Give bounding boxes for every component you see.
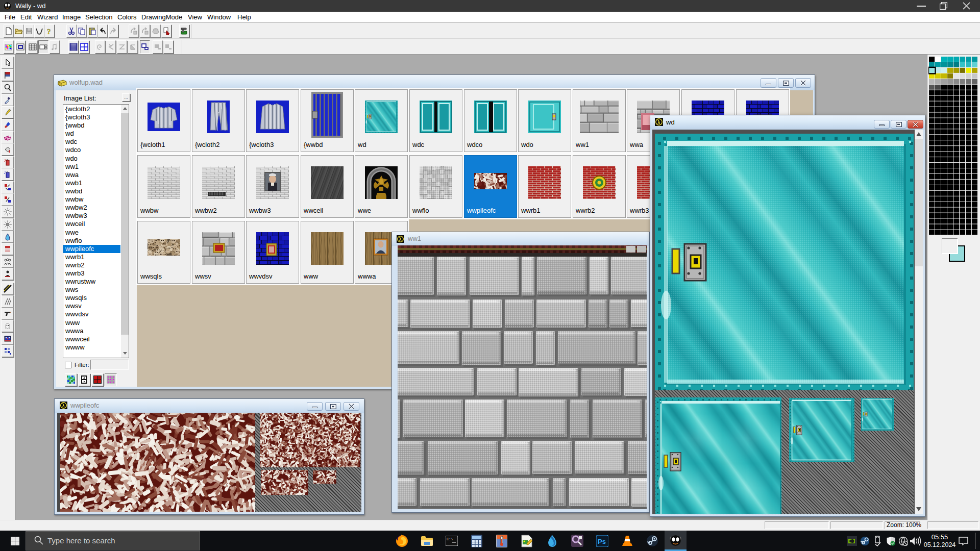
svg-text:C:\: C:\: [447, 537, 453, 541]
svg-text:Ps: Ps: [598, 538, 606, 545]
svg-text:?: ?: [47, 28, 51, 35]
